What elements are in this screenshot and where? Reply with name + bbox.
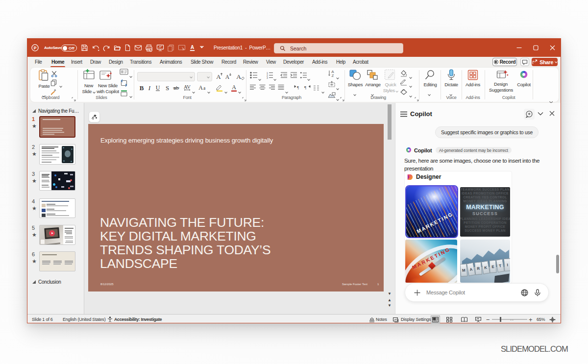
svg-text:A: A [232, 84, 236, 91]
svg-text:B: B [140, 84, 144, 91]
svg-text:A: A [236, 73, 241, 80]
svg-text:Z: Z [332, 73, 334, 77]
svg-text:a: a [203, 86, 206, 91]
svg-text:3: 3 [267, 76, 268, 79]
svg-text:AV: AV [184, 84, 191, 90]
svg-text:A: A [216, 73, 221, 80]
svg-text:¶: ¶ [304, 85, 306, 90]
svg-text:A: A [225, 74, 230, 80]
svg-text:A: A [191, 45, 195, 50]
svg-text:U: U [156, 84, 160, 91]
svg-text:I: I [148, 84, 151, 91]
svg-text:A: A [198, 84, 203, 91]
svg-text:P: P [34, 46, 37, 50]
svg-text:S: S [166, 84, 169, 91]
svg-text:¶: ¶ [297, 85, 299, 90]
